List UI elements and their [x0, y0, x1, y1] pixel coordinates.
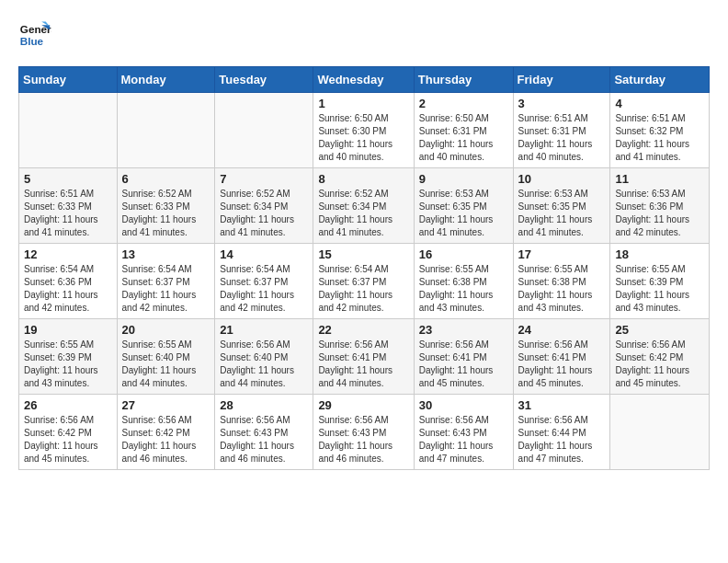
calendar-header-row: SundayMondayTuesdayWednesdayThursdayFrid… [19, 67, 710, 93]
day-info: Sunrise: 6:53 AM Sunset: 6:35 PM Dayligh… [419, 188, 508, 239]
day-number: 11 [615, 172, 704, 186]
day-number: 15 [318, 247, 408, 261]
week-row-4: 19Sunrise: 6:55 AM Sunset: 6:39 PM Dayli… [19, 319, 710, 395]
day-info: Sunrise: 6:55 AM Sunset: 6:38 PM Dayligh… [419, 263, 508, 315]
day-number: 24 [518, 323, 606, 337]
day-number: 31 [518, 398, 606, 412]
page-header: General Blue [18, 18, 710, 52]
day-info: Sunrise: 6:56 AM Sunset: 6:43 PM Dayligh… [419, 414, 508, 465]
calendar-cell: 16Sunrise: 6:55 AM Sunset: 6:38 PM Dayli… [414, 244, 513, 319]
svg-text:General: General [20, 23, 51, 35]
calendar-cell: 6Sunrise: 6:52 AM Sunset: 6:33 PM Daylig… [117, 168, 215, 244]
day-number: 22 [318, 323, 408, 337]
day-info: Sunrise: 6:56 AM Sunset: 6:42 PM Dayligh… [122, 414, 210, 465]
svg-text:Blue: Blue [20, 35, 44, 47]
day-info: Sunrise: 6:52 AM Sunset: 6:33 PM Dayligh… [122, 188, 210, 239]
calendar-cell: 17Sunrise: 6:55 AM Sunset: 6:38 PM Dayli… [513, 244, 610, 319]
day-number: 10 [518, 172, 606, 186]
day-number: 3 [518, 97, 606, 110]
calendar-cell: 29Sunrise: 6:56 AM Sunset: 6:43 PM Dayli… [313, 395, 414, 470]
day-number: 4 [615, 97, 704, 110]
day-number: 20 [122, 323, 210, 337]
calendar-cell: 19Sunrise: 6:55 AM Sunset: 6:39 PM Dayli… [19, 319, 118, 395]
calendar-cell: 22Sunrise: 6:56 AM Sunset: 6:41 PM Dayli… [313, 319, 414, 395]
calendar-cell: 28Sunrise: 6:56 AM Sunset: 6:43 PM Dayli… [215, 395, 313, 470]
logo-icon: General Blue [18, 18, 51, 52]
day-number: 25 [615, 323, 704, 337]
col-header-thursday: Thursday [414, 67, 513, 93]
col-header-tuesday: Tuesday [215, 67, 313, 93]
day-info: Sunrise: 6:53 AM Sunset: 6:35 PM Dayligh… [518, 188, 606, 239]
day-info: Sunrise: 6:56 AM Sunset: 6:40 PM Dayligh… [220, 339, 308, 390]
calendar-cell [117, 93, 215, 168]
day-info: Sunrise: 6:56 AM Sunset: 6:41 PM Dayligh… [419, 339, 508, 390]
calendar-cell: 1Sunrise: 6:50 AM Sunset: 6:30 PM Daylig… [313, 93, 414, 168]
day-info: Sunrise: 6:56 AM Sunset: 6:43 PM Dayligh… [220, 414, 308, 465]
day-number: 5 [24, 172, 112, 186]
day-number: 28 [220, 398, 308, 412]
col-header-friday: Friday [513, 67, 610, 93]
day-number: 17 [518, 247, 606, 261]
day-info: Sunrise: 6:54 AM Sunset: 6:37 PM Dayligh… [122, 263, 210, 315]
calendar-cell: 9Sunrise: 6:53 AM Sunset: 6:35 PM Daylig… [414, 168, 513, 244]
calendar-cell: 26Sunrise: 6:56 AM Sunset: 6:42 PM Dayli… [19, 395, 118, 470]
calendar-cell: 15Sunrise: 6:54 AM Sunset: 6:37 PM Dayli… [313, 244, 414, 319]
col-header-monday: Monday [117, 67, 215, 93]
calendar-cell: 8Sunrise: 6:52 AM Sunset: 6:34 PM Daylig… [313, 168, 414, 244]
day-number: 7 [220, 172, 308, 186]
calendar-cell: 14Sunrise: 6:54 AM Sunset: 6:37 PM Dayli… [215, 244, 313, 319]
day-info: Sunrise: 6:54 AM Sunset: 6:37 PM Dayligh… [318, 263, 408, 315]
week-row-5: 26Sunrise: 6:56 AM Sunset: 6:42 PM Dayli… [19, 395, 710, 470]
day-number: 23 [419, 323, 508, 337]
calendar-cell: 20Sunrise: 6:55 AM Sunset: 6:40 PM Dayli… [117, 319, 215, 395]
day-number: 29 [318, 398, 408, 412]
calendar-cell: 18Sunrise: 6:55 AM Sunset: 6:39 PM Dayli… [610, 244, 710, 319]
week-row-2: 5Sunrise: 6:51 AM Sunset: 6:33 PM Daylig… [19, 168, 710, 244]
day-number: 27 [122, 398, 210, 412]
day-info: Sunrise: 6:51 AM Sunset: 6:31 PM Dayligh… [518, 112, 606, 164]
day-number: 16 [419, 247, 508, 261]
day-number: 14 [220, 247, 308, 261]
day-info: Sunrise: 6:55 AM Sunset: 6:39 PM Dayligh… [24, 339, 112, 390]
week-row-3: 12Sunrise: 6:54 AM Sunset: 6:36 PM Dayli… [19, 244, 710, 319]
day-info: Sunrise: 6:51 AM Sunset: 6:33 PM Dayligh… [24, 188, 112, 239]
col-header-saturday: Saturday [610, 67, 710, 93]
week-row-1: 1Sunrise: 6:50 AM Sunset: 6:30 PM Daylig… [19, 93, 710, 168]
calendar-cell: 4Sunrise: 6:51 AM Sunset: 6:32 PM Daylig… [610, 93, 710, 168]
day-info: Sunrise: 6:50 AM Sunset: 6:30 PM Dayligh… [318, 112, 408, 164]
day-info: Sunrise: 6:56 AM Sunset: 6:42 PM Dayligh… [615, 339, 704, 390]
calendar-cell: 11Sunrise: 6:53 AM Sunset: 6:36 PM Dayli… [610, 168, 710, 244]
calendar-cell: 21Sunrise: 6:56 AM Sunset: 6:40 PM Dayli… [215, 319, 313, 395]
calendar-cell: 24Sunrise: 6:56 AM Sunset: 6:41 PM Dayli… [513, 319, 610, 395]
calendar-cell: 10Sunrise: 6:53 AM Sunset: 6:35 PM Dayli… [513, 168, 610, 244]
calendar-cell: 27Sunrise: 6:56 AM Sunset: 6:42 PM Dayli… [117, 395, 215, 470]
day-number: 13 [122, 247, 210, 261]
day-number: 2 [419, 97, 508, 110]
day-number: 12 [24, 247, 112, 261]
day-number: 18 [615, 247, 704, 261]
calendar-cell: 13Sunrise: 6:54 AM Sunset: 6:37 PM Dayli… [117, 244, 215, 319]
day-info: Sunrise: 6:56 AM Sunset: 6:43 PM Dayligh… [318, 414, 408, 465]
day-info: Sunrise: 6:55 AM Sunset: 6:39 PM Dayligh… [615, 263, 704, 315]
calendar-cell [215, 93, 313, 168]
day-number: 30 [419, 398, 508, 412]
calendar-cell [610, 395, 710, 470]
day-info: Sunrise: 6:56 AM Sunset: 6:41 PM Dayligh… [518, 339, 606, 390]
day-number: 19 [24, 323, 112, 337]
day-number: 26 [24, 398, 112, 412]
day-info: Sunrise: 6:55 AM Sunset: 6:38 PM Dayligh… [518, 263, 606, 315]
day-info: Sunrise: 6:55 AM Sunset: 6:40 PM Dayligh… [122, 339, 210, 390]
calendar-cell: 12Sunrise: 6:54 AM Sunset: 6:36 PM Dayli… [19, 244, 118, 319]
day-info: Sunrise: 6:53 AM Sunset: 6:36 PM Dayligh… [615, 188, 704, 239]
day-info: Sunrise: 6:56 AM Sunset: 6:41 PM Dayligh… [318, 339, 408, 390]
calendar-table: SundayMondayTuesdayWednesdayThursdayFrid… [18, 66, 710, 470]
day-info: Sunrise: 6:51 AM Sunset: 6:32 PM Dayligh… [615, 112, 704, 164]
calendar-cell: 7Sunrise: 6:52 AM Sunset: 6:34 PM Daylig… [215, 168, 313, 244]
day-info: Sunrise: 6:54 AM Sunset: 6:37 PM Dayligh… [220, 263, 308, 315]
calendar-cell: 31Sunrise: 6:56 AM Sunset: 6:44 PM Dayli… [513, 395, 610, 470]
calendar-cell: 25Sunrise: 6:56 AM Sunset: 6:42 PM Dayli… [610, 319, 710, 395]
calendar-cell: 2Sunrise: 6:50 AM Sunset: 6:31 PM Daylig… [414, 93, 513, 168]
day-info: Sunrise: 6:50 AM Sunset: 6:31 PM Dayligh… [419, 112, 508, 164]
day-info: Sunrise: 6:56 AM Sunset: 6:42 PM Dayligh… [24, 414, 112, 465]
calendar-cell: 3Sunrise: 6:51 AM Sunset: 6:31 PM Daylig… [513, 93, 610, 168]
